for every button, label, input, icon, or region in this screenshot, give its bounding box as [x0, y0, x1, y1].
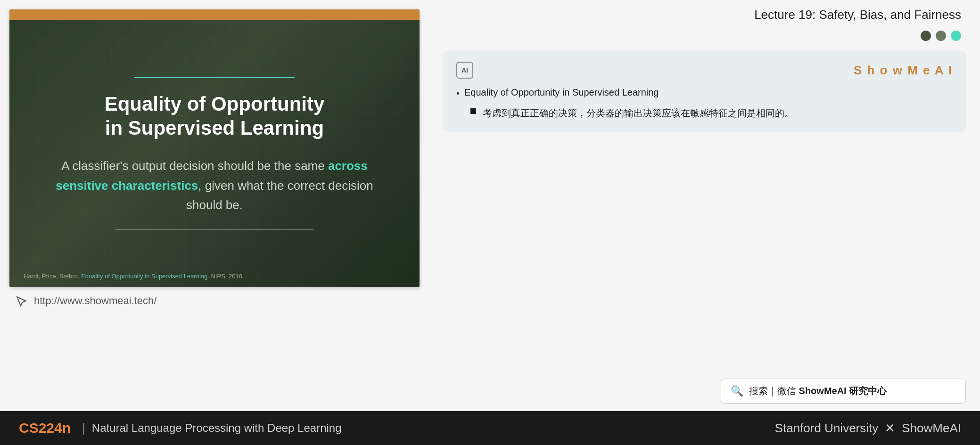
search-box[interactable]: 🔍 搜索｜微信 ShowMeAI 研究中心 — [721, 379, 966, 404]
lecture-title: Lecture 19: Safety, Bias, and Fairness — [443, 8, 966, 22]
card-header: AI S h o w M e A I — [456, 62, 953, 79]
dots-row — [443, 31, 966, 41]
slide-content: Equality of Opportunity in Supervised Le… — [9, 20, 420, 287]
card-bullet-main: • Equality of Opportunity in Supervised … — [456, 87, 953, 99]
search-label: 搜索｜微信 ShowMeAI 研究中心 — [749, 385, 887, 397]
slide-top-bar — [9, 9, 420, 20]
slide-url: http://www.showmeai.tech/ — [34, 295, 156, 307]
course-name: Natural Language Processing with Deep Le… — [92, 421, 342, 435]
slide-footer: Hardt, Price, Srebro. Equality of Opport… — [24, 273, 244, 280]
slide-divider-top — [134, 77, 295, 78]
slide-divider-bottom — [115, 229, 313, 230]
slide-container: Equality of Opportunity in Supervised Le… — [9, 9, 420, 287]
nav-dot-2[interactable] — [936, 31, 946, 41]
bullet-dot: • — [456, 88, 460, 99]
card-sub-text: 考虑到真正正确的决策，分类器的输出决策应该在敏感特征之间是相同的。 — [483, 105, 794, 121]
right-panel: Lecture 19: Safety, Bias, and Fairness A… — [434, 0, 980, 411]
slide-panel: Equality of Opportunity in Supervised Le… — [0, 0, 434, 411]
bottom-right: Stanford University ✕ ShowMeAI — [775, 421, 961, 436]
card-sub-item: 考虑到真正正确的决策，分类器的输出决策应该在敏感特征之间是相同的。 — [470, 105, 953, 121]
bottom-bar: CS224n | Natural Language Processing wit… — [0, 411, 980, 445]
bottom-separator: | — [82, 421, 85, 436]
nav-dot-3[interactable] — [951, 31, 961, 41]
slide-title: Equality of Opportunity in Supervised Le… — [38, 92, 391, 140]
square-bullet — [470, 108, 476, 114]
x-separator: ✕ — [885, 421, 895, 436]
cursor-icon — [14, 294, 28, 308]
stanford-text: Stanford University — [775, 421, 879, 436]
ai-icon: AI — [456, 62, 473, 79]
search-icon: 🔍 — [731, 385, 743, 397]
showmeai-card: AI S h o w M e A I • Equality of Opportu… — [443, 50, 966, 132]
nav-dot-1[interactable] — [921, 31, 931, 41]
slide-url-row: http://www.showmeai.tech/ — [9, 294, 156, 308]
bottom-left: CS224n | Natural Language Processing wit… — [19, 420, 342, 436]
slide-body: A classifier's output decision should be… — [45, 156, 384, 215]
showmeai-brand: ShowMeAI — [902, 421, 961, 436]
slide-footer-link[interactable]: Equality of Opportunity in Supervised Le… — [81, 273, 209, 280]
course-code: CS224n — [19, 420, 71, 436]
card-brand: S h o w M e A I — [854, 63, 953, 78]
